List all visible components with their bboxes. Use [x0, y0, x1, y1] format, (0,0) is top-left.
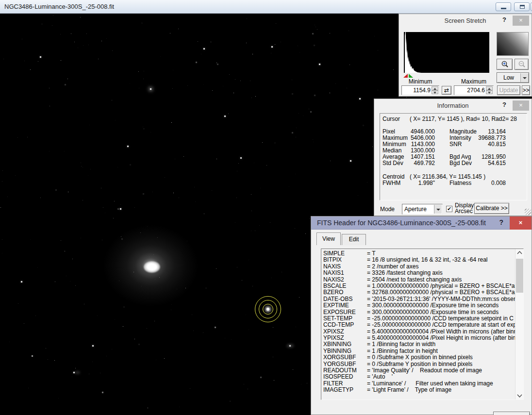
maximum-label: Maximum — [454, 78, 494, 85]
fwhm-row: FWHM1.998"Flatness0.008 — [382, 180, 527, 186]
maximum-spinner — [486, 86, 493, 94]
zoom-out-icon — [517, 60, 526, 68]
histogram[interactable] — [404, 32, 489, 73]
fits-lines: SIMPLE= T BITPIX= 16 /8 unsigned int, 16… — [323, 250, 523, 394]
fits-header-line: BITPIX= 16 /8 unsigned int, 16 & 32 int,… — [323, 257, 523, 263]
minimize-button[interactable] — [496, 2, 511, 11]
fits-header-line: READOUTM= 'Image Quality' / Readout mode… — [323, 367, 523, 374]
fits-header-line: BSCALE= 1.0000000000000000 /physical = B… — [323, 283, 523, 289]
resize-grip[interactable] — [525, 209, 531, 215]
fits-header-line: XBINNING= 1 /Binning factor in width — [323, 341, 523, 348]
display-arcsec-checkbox[interactable]: ✔ — [446, 206, 452, 212]
fits-dialog-titlebar[interactable]: FITS Header for NGC3486-Luminance-300S_-… — [311, 216, 532, 230]
fits-header-line: ISOSPEED= 'Auto ' — [323, 374, 523, 380]
fits-header-line: DATE-OBS= '2015-03-26T21:31:36' /YYYY-MM… — [323, 296, 523, 302]
stretch-gradient-preview — [497, 32, 529, 56]
mode-label: Mode — [380, 206, 395, 213]
main-window-title: NGC3486-Luminance-300S_-25-008.fit — [4, 3, 114, 10]
flatness-value: 0.008 — [477, 180, 506, 186]
stretch-mode-dropdown[interactable]: Low — [497, 72, 529, 83]
galaxy-core — [144, 261, 160, 273]
cursor-value: ( X= 2117, Y= 1145 ), Rad= 10, Rad2= 28 — [410, 116, 517, 122]
scrollbar-thumb[interactable] — [516, 259, 523, 293]
information-title: Information — [374, 102, 532, 109]
fwhm-value: 1.998" — [410, 180, 435, 186]
information-stats-box: Cursor( X= 2117, Y= 1145 ), Rad= 10, Rad… — [380, 113, 527, 200]
mode-value: Aperture — [404, 206, 427, 213]
chevron-down-icon[interactable] — [520, 73, 528, 82]
minimize-icon — [501, 8, 506, 9]
tab-edit[interactable]: Edit — [342, 234, 366, 245]
maxim-dl-app: NGC3486-Luminance-300S_-25-008.fit Scree… — [0, 0, 532, 415]
fits-header-line: YPIXSZ= 5.4000000000000004 /Pixel Height… — [323, 335, 523, 341]
fits-dialog-title: FITS Header for NGC3486-Luminance-300S_-… — [317, 219, 486, 227]
information-controls: Mode Aperture ✔ Display in Arcsec Calibr… — [374, 202, 532, 216]
centroid-value: ( X= 2116.364, Y= 1145.145 ) — [410, 173, 485, 180]
main-window-titlebar[interactable]: NGC3486-Luminance-300S_-25-008.fit — [0, 0, 532, 14]
fits-header-line: YBINNING= 1 /Binning factor in height — [323, 348, 523, 354]
fits-header-dialog: FITS Header for NGC3486-Luminance-300S_-… — [311, 216, 532, 415]
restore-icon — [520, 5, 525, 9]
fits-header-line: NAXIS1= 3326 /fastest changing axis — [323, 270, 523, 276]
stat-row: Std Dev469.792Bgd Dev54.615 — [382, 160, 527, 166]
cursor-row: Cursor( X= 2117, Y= 1145 ), Rad= 10, Rad… — [382, 116, 527, 122]
scroll-down-icon[interactable] — [515, 392, 524, 399]
spin-up-button[interactable] — [486, 86, 493, 90]
vertical-scrollbar[interactable] — [515, 249, 523, 399]
update-button[interactable]: Update — [497, 85, 520, 95]
spin-down-button[interactable] — [486, 90, 493, 94]
minimum-input[interactable]: 1154.9 — [401, 85, 439, 95]
expand-panel-button[interactable]: >> — [522, 85, 530, 95]
close-icon[interactable]: × — [513, 100, 529, 111]
fits-header-line: FILTER= 'Luminance' / Filter used when t… — [323, 381, 523, 387]
fits-header-line: SIMPLE= T — [323, 250, 523, 257]
fits-header-line: SET-TEMP= -25.000000000000000 /CCD tempe… — [323, 315, 523, 322]
calibrate-button[interactable]: Calibrate >> — [474, 203, 509, 214]
close-icon[interactable]: × — [510, 216, 532, 230]
selected-star[interactable] — [266, 308, 269, 311]
fits-header-line: CCD-TEMP= -25.000000000000000 /CCD tempe… — [323, 322, 523, 328]
histogram-min-marker[interactable] — [403, 74, 408, 78]
maximum-input[interactable]: 2704.6 — [454, 85, 494, 95]
close-dialog-button[interactable] — [493, 412, 530, 415]
swap-icon: ⇄ — [444, 87, 449, 94]
screen-stretch-panel: Screen Stretch ? × Minimum Maximum 1154.… — [399, 14, 532, 97]
fits-header-list[interactable]: SIMPLE= T BITPIX= 16 /8 unsigned int, 16… — [321, 249, 524, 400]
information-panel: Information ? × Cursor( X= 2117, Y= 1145… — [374, 99, 532, 216]
fits-header-line: XPIXSZ= 5.4000000000000004 /Pixel Width … — [323, 329, 523, 335]
stretch-mode-value: Low — [497, 73, 520, 83]
zoom-in-button[interactable] — [497, 59, 513, 70]
minimum-spinner — [432, 86, 438, 94]
fits-header-line: BZERO= 32768.000000000000 /physical = BZ… — [323, 289, 523, 296]
swap-min-max-button[interactable]: ⇄ — [442, 86, 451, 95]
fits-header-line: EXPTIME= 300.00000000000000 /Exposure ti… — [323, 302, 523, 309]
scroll-up-icon[interactable] — [515, 249, 524, 257]
screen-stretch-title: Screen Stretch — [399, 17, 532, 24]
chevron-down-icon[interactable] — [434, 205, 442, 214]
faint-galaxy-smudge — [75, 371, 80, 374]
close-icon[interactable]: × — [513, 16, 529, 26]
spin-up-button[interactable] — [432, 86, 438, 90]
zoom-out-button[interactable] — [515, 59, 529, 70]
minimum-label: Minimum — [401, 78, 439, 85]
tab-view[interactable]: View — [316, 232, 341, 245]
restore-button[interactable] — [514, 2, 530, 11]
information-titlebar[interactable]: Information ? × — [374, 99, 532, 112]
zoom-in-icon — [500, 60, 509, 68]
screen-stretch-titlebar[interactable]: Screen Stretch ? × — [399, 14, 532, 27]
histogram-max-marker[interactable] — [409, 74, 413, 78]
star-field — [0, 14, 0, 14]
help-icon[interactable]: ? — [502, 101, 506, 108]
fits-header-line: IMAGETYP= 'Light Frame' / Type of image — [323, 387, 523, 393]
fits-header-line: YORGSUBF= 0 /Subframe Y position in binn… — [323, 361, 523, 367]
spin-down-button[interactable] — [432, 90, 438, 94]
help-icon[interactable]: ? — [499, 218, 503, 226]
help-icon[interactable]: ? — [502, 16, 506, 23]
fits-header-line: NAXIS2= 2504 /next to fastest changing a… — [323, 277, 523, 283]
fits-header-line: NAXIS= 2 /number of axes — [323, 264, 523, 270]
mode-dropdown[interactable]: Aperture — [402, 204, 443, 215]
fits-header-line: EXPOSURE= 300.00000000000000 /Exposure t… — [323, 309, 523, 315]
faint-galaxy-smudge — [286, 344, 294, 348]
stat-rows: Pixel4946.000Magnitude13.164 Maximum5406… — [382, 129, 527, 166]
histogram-plot — [404, 32, 489, 73]
